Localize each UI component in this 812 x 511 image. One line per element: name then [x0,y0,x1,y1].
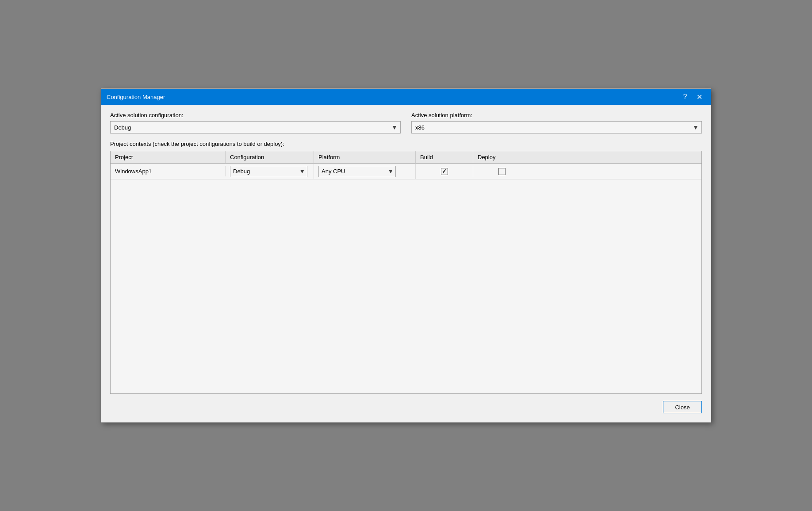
row-platform-dropdown[interactable]: Any CPU ⯆ [318,166,396,177]
col-header-platform: Platform [314,151,416,163]
build-checkbox[interactable] [441,168,448,175]
active-platform-group: Active solution platform: x86 ⯆ [411,112,702,133]
active-config-group: Active solution configuration: Debug ⯆ [110,112,401,133]
active-platform-value: x86 [415,124,425,131]
row-config-arrow-icon: ⯆ [300,169,304,174]
active-config-arrow-icon: ⯆ [392,125,397,130]
bottom-section: Close [110,401,702,413]
active-config-dropdown[interactable]: Debug ⯆ [110,121,401,133]
project-contexts-label: Project contexts (check the project conf… [110,141,702,147]
table-header: Project Configuration Platform Build Dep… [111,151,701,164]
help-button[interactable]: ? [679,91,691,103]
col-header-deploy: Deploy [473,151,531,163]
col-header-project: Project [111,151,226,163]
close-button[interactable]: Close [663,401,702,413]
title-bar: Configuration Manager ? ✕ [101,89,711,105]
title-bar-left: Configuration Manager [107,94,165,100]
project-contexts-table: Project Configuration Platform Build Dep… [110,151,702,394]
dialog-title: Configuration Manager [107,94,165,100]
deploy-checkbox[interactable] [498,168,506,175]
active-config-label: Active solution configuration: [110,112,401,118]
cell-configuration: Debug ⯆ [226,164,314,179]
cell-platform: Any CPU ⯆ [314,164,416,179]
active-platform-arrow-icon: ⯆ [693,125,698,130]
cell-project-name: WindowsApp1 [111,166,226,176]
cell-build [416,166,473,177]
table-body: WindowsApp1 Debug ⯆ Any CPU ⯆ [111,164,701,393]
cell-deploy [473,166,531,177]
active-platform-label: Active solution platform: [411,112,702,118]
row-platform-arrow-icon: ⯆ [389,169,393,174]
configuration-manager-dialog: Configuration Manager ? ✕ Active solutio… [101,88,711,423]
col-header-configuration: Configuration [226,151,314,163]
active-config-value: Debug [114,124,131,131]
col-header-build: Build [416,151,473,163]
top-section: Active solution configuration: Debug ⯆ A… [110,112,702,133]
title-bar-right: ? ✕ [679,91,705,103]
dialog-body: Active solution configuration: Debug ⯆ A… [101,105,711,422]
row-config-dropdown[interactable]: Debug ⯆ [230,166,307,177]
active-platform-dropdown[interactable]: x86 ⯆ [411,121,702,133]
table-row: WindowsApp1 Debug ⯆ Any CPU ⯆ [111,164,701,179]
window-close-button[interactable]: ✕ [693,91,705,103]
